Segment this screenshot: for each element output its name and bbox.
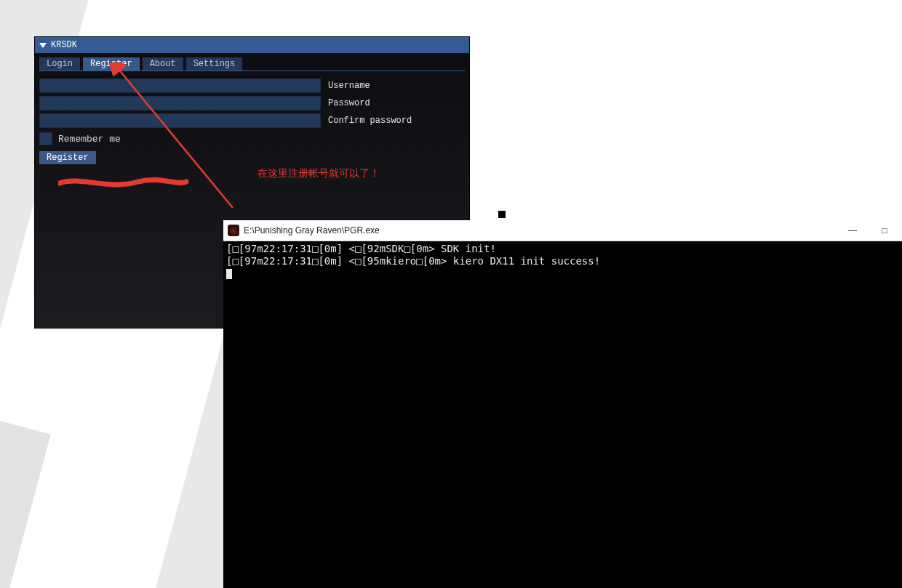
console-line: [□[97m22:17:31□[0m] <□[92mSDK□[0m> SDK i… <box>226 243 496 254</box>
console-window: E:\Punishing Gray Raven\PGR.exe — □ [□[9… <box>223 220 902 588</box>
collapse-icon[interactable] <box>39 43 47 48</box>
remember-me-row: Remember me <box>39 132 465 145</box>
app-icon <box>228 225 239 236</box>
password-input[interactable] <box>39 96 321 110</box>
username-label: Username <box>328 81 370 91</box>
tab-register[interactable]: Register <box>83 57 140 71</box>
maximize-button[interactable]: □ <box>869 220 901 241</box>
tab-settings[interactable]: Settings <box>186 57 243 71</box>
console-titlebar[interactable]: E:\Punishing Gray Raven\PGR.exe — □ <box>223 220 902 241</box>
remember-me-label: Remember me <box>58 134 121 145</box>
tab-login[interactable]: Login <box>39 57 80 71</box>
username-input[interactable] <box>39 78 321 93</box>
console-cursor <box>226 269 232 279</box>
console-line: [□[97m22:17:31□[0m] <□[95mkiero□[0m> kie… <box>226 255 600 267</box>
register-form: Username Password Confirm password Remem… <box>39 78 465 164</box>
misc-marker <box>498 211 506 218</box>
password-label: Password <box>328 98 370 108</box>
minimize-button[interactable]: — <box>837 220 869 241</box>
remember-me-checkbox[interactable] <box>39 132 52 145</box>
confirm-password-label: Confirm password <box>328 116 412 126</box>
krsdk-tabs: Login Register About Settings <box>39 57 465 71</box>
tab-about[interactable]: About <box>143 57 183 71</box>
console-output[interactable]: [□[97m22:17:31□[0m] <□[92mSDK□[0m> SDK i… <box>223 241 902 281</box>
krsdk-titlebar[interactable]: KRSDK <box>35 37 469 53</box>
krsdk-title: KRSDK <box>51 37 77 53</box>
background-decoration <box>0 378 51 588</box>
register-button[interactable]: Register <box>39 151 96 164</box>
console-title: E:\Punishing Gray Raven\PGR.exe <box>244 225 380 237</box>
confirm-password-input[interactable] <box>39 113 321 128</box>
